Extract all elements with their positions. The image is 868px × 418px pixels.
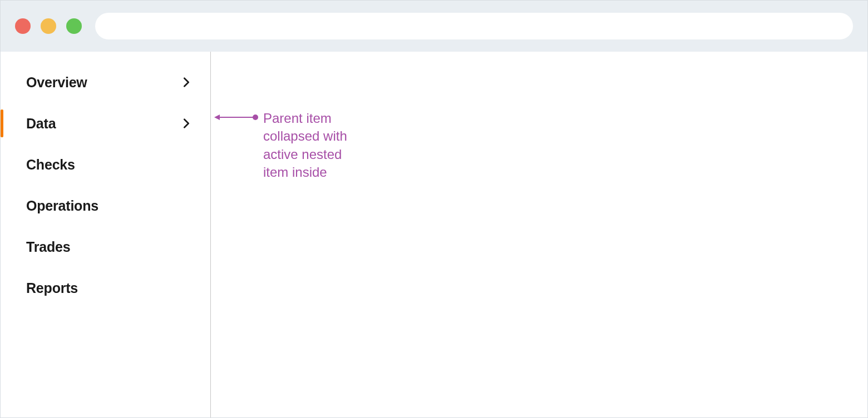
address-bar[interactable]	[95, 13, 853, 39]
sidebar-item-reports[interactable]: Reports	[1, 267, 210, 308]
main-content: Parent item collapsed with active nested…	[211, 52, 867, 417]
sidebar: Overview Data Checks Operations Trades	[1, 52, 211, 417]
annotation-arrow-icon	[214, 113, 259, 122]
titlebar	[1, 1, 867, 52]
sidebar-item-label: Checks	[26, 157, 75, 173]
sidebar-item-label: Data	[26, 116, 56, 132]
sidebar-item-checks[interactable]: Checks	[1, 144, 210, 185]
chevron-right-icon	[180, 117, 193, 130]
annotation-callout: Parent item collapsed with active nested…	[214, 110, 363, 182]
sidebar-item-operations[interactable]: Operations	[1, 185, 210, 226]
window-controls	[15, 18, 82, 34]
sidebar-item-data[interactable]: Data	[1, 103, 210, 144]
sidebar-item-label: Trades	[26, 239, 70, 255]
app-window: Overview Data Checks Operations Trades	[0, 0, 868, 418]
chevron-right-icon	[180, 76, 193, 88]
maximize-window-button[interactable]	[66, 18, 82, 34]
sidebar-item-overview[interactable]: Overview	[1, 62, 210, 103]
app-body: Overview Data Checks Operations Trades	[1, 52, 867, 417]
svg-point-2	[253, 115, 258, 120]
sidebar-item-label: Operations	[26, 198, 98, 214]
close-window-button[interactable]	[15, 18, 31, 34]
sidebar-item-trades[interactable]: Trades	[1, 226, 210, 267]
minimize-window-button[interactable]	[41, 18, 56, 34]
sidebar-item-label: Overview	[26, 74, 87, 91]
svg-marker-1	[214, 115, 220, 120]
annotation-text: Parent item collapsed with active nested…	[263, 110, 363, 182]
sidebar-item-label: Reports	[26, 280, 78, 296]
